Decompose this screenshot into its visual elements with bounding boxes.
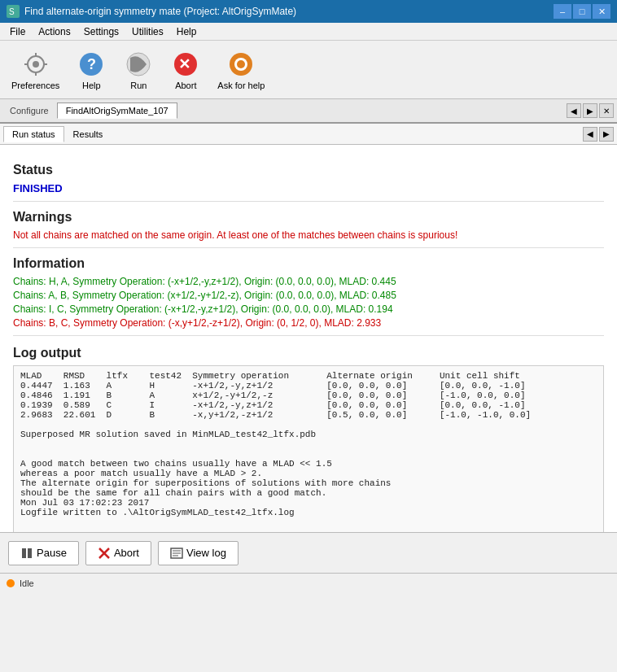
status-indicator [7,579,15,587]
tab-bar: Configure FindAltOrigSymMate_107 ◀ ▶ ✕ [0,99,617,124]
app-icon: S [7,5,20,18]
help-button[interactable]: ? Help [71,46,112,94]
abort-button[interactable]: Abort [85,541,151,565]
menu-file[interactable]: File [3,24,32,38]
svg-point-3 [33,61,39,68]
minimize-button[interactable]: – [554,4,571,19]
log-output-box[interactable]: MLAD RMSD ltfx test42 Symmetry operation… [13,365,604,532]
warning-message: Not all chains are matched on the same o… [13,229,604,241]
configure-label: Configure [3,104,55,117]
status-value: FINISHED [13,182,604,194]
info-line-1: Chains: H, A, Symmetry Operation: (-x+1/… [13,276,604,287]
tab-findaltorig[interactable]: FindAltOrigSymMate_107 [57,103,177,119]
abort-toolbar-button[interactable]: ✕ Abort [165,46,206,94]
tab-prev-button[interactable]: ◀ [567,103,581,118]
info-line-4: Chains: B, C, Symmetry Operation: (-x,y+… [13,317,604,329]
menu-utilities[interactable]: Utilities [125,24,170,38]
status-bar: Idle [0,573,617,592]
svg-text:?: ? [87,56,96,72]
tab-nav: ◀ ▶ ✕ [567,103,614,118]
pause-icon [20,547,33,560]
run-button[interactable]: Run [118,46,159,94]
sub-tab-next-button[interactable]: ▶ [599,127,614,142]
abort-btn-icon [98,547,111,560]
abort-icon: ✕ [171,50,200,79]
svg-rect-16 [22,548,26,558]
status-section-title: Status [13,163,604,177]
sub-tab-prev-button[interactable]: ◀ [583,127,597,142]
window-title: S Find alternate-origin symmetry mate (P… [7,5,296,18]
sub-tab-nav: ◀ ▶ [583,127,614,142]
help-icon: ? [77,50,106,79]
title-bar: S Find alternate-origin symmetry mate (P… [0,0,617,23]
viewlog-button[interactable]: View log [158,541,238,565]
askforhelp-icon [226,50,256,79]
menu-bar: File Actions Settings Utilities Help [0,23,617,41]
svg-text:S: S [9,7,15,16]
tab-run-status[interactable]: Run status [3,126,64,142]
window-controls: – □ ✕ [554,4,610,19]
info-line-3: Chains: I, C, Symmetry Operation: (-x+1/… [13,303,604,315]
tab-next-button[interactable]: ▶ [583,103,597,118]
preferences-button[interactable]: Preferences [7,46,64,94]
information-section-title: Information [13,256,604,271]
svg-text:✕: ✕ [178,56,190,72]
askforhelp-button[interactable]: Ask for help [212,46,269,94]
svg-point-15 [237,60,245,68]
status-text: Idle [20,578,34,588]
sub-tab-bar: Run status Results ◀ ▶ [0,124,617,145]
toolbar: Preferences ? Help Run ✕ Abort Ask for h… [0,41,617,99]
log-output-title: Log output [13,346,604,360]
viewlog-icon [170,547,183,560]
menu-actions[interactable]: Actions [32,24,77,38]
content-area: Status FINISHED Warnings Not all chains … [0,145,617,532]
preferences-icon [21,50,50,79]
bottom-button-bar: Pause Abort View log [0,532,617,573]
pause-button[interactable]: Pause [8,541,79,565]
info-line-2: Chains: A, B, Symmetry Operation: (x+1/2… [13,290,604,301]
run-icon [124,50,153,79]
warnings-section-title: Warnings [13,210,604,225]
menu-settings[interactable]: Settings [77,24,125,38]
svg-rect-17 [28,548,32,558]
maximize-button[interactable]: □ [573,4,591,19]
tab-results[interactable]: Results [64,126,112,142]
tab-close-button[interactable]: ✕ [599,103,614,118]
close-button[interactable]: ✕ [593,4,610,19]
menu-help[interactable]: Help [170,24,203,38]
